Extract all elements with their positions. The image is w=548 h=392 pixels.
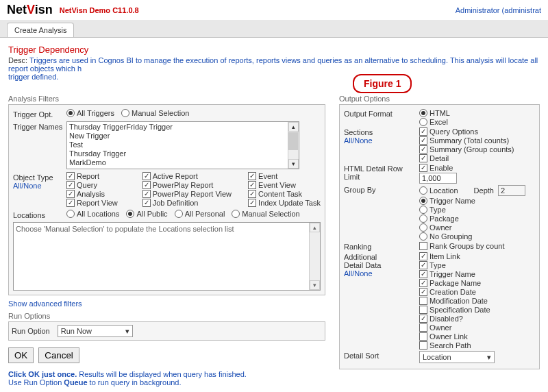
check-creation-date[interactable]: Creation Date: [419, 288, 490, 296]
check-type[interactable]: Type: [419, 261, 490, 269]
detail-sort-label: Detail Sort: [344, 351, 419, 360]
check-report[interactable]: Report: [66, 172, 118, 180]
run-options-title: Run Options: [8, 312, 325, 320]
check-report-view[interactable]: Report View: [66, 199, 118, 207]
check-content-task[interactable]: Content Task: [248, 190, 321, 198]
radio-manual-selection[interactable]: Manual Selection: [121, 109, 189, 117]
scrollbar[interactable]: ▴ ▾: [288, 122, 299, 169]
chevron-down-icon: ▾: [125, 327, 129, 336]
footer-text: Click OK just once. Results will be disp…: [8, 370, 325, 387]
check-event-view[interactable]: Event View: [248, 181, 321, 189]
check-powerplay-report-view[interactable]: PowerPlay Report View: [142, 190, 232, 198]
scrollbar[interactable]: ▴ ▾: [309, 223, 320, 290]
tab-create-analysis[interactable]: Create Analysis: [7, 23, 74, 37]
run-option-label: Run Option: [12, 327, 50, 335]
chevron-down-icon: ▾: [487, 353, 491, 362]
object-type-label: Object TypeAll/None: [13, 172, 66, 190]
version-label: NetVisn Demo C11.0.8: [60, 6, 139, 14]
show-advanced-filters-link[interactable]: Show advanced filters: [8, 299, 325, 308]
ok-button[interactable]: OK: [8, 347, 34, 363]
ranking-label: Ranking: [344, 242, 419, 251]
radio-all-personal[interactable]: All Personal: [175, 210, 225, 218]
radio-group-package[interactable]: Package: [419, 215, 525, 223]
trigger-names-label: Trigger Names: [13, 121, 66, 131]
admin-link[interactable]: Administrator (administrat: [456, 6, 541, 14]
groupby-label: Group By: [344, 185, 419, 194]
output-format-label: Output Format: [344, 109, 419, 118]
radio-all-public[interactable]: All Public: [126, 210, 167, 218]
radio-excel[interactable]: Excel: [419, 118, 450, 126]
check-active-report[interactable]: Active Report: [142, 172, 232, 180]
rowlimit-label: HTML Detail Row Limit: [344, 164, 419, 181]
radio-group-location[interactable]: LocationDepth2: [419, 185, 525, 196]
trigger-opt-label: Trigger Opt.: [13, 109, 66, 119]
figure-label: Figure 1: [353, 74, 412, 93]
analysis-filters-title: Analysis Filters: [8, 95, 325, 103]
check-specification-date[interactable]: Specification Date: [419, 306, 490, 314]
check-event[interactable]: Event: [248, 172, 321, 180]
check-detail[interactable]: Detail: [419, 154, 514, 162]
radio-group-no-grouping[interactable]: No Grouping: [419, 232, 525, 241]
chevron-down-icon: ▾: [288, 159, 299, 169]
check-search-path[interactable]: Search Path: [419, 341, 490, 350]
description: Desc: Triggers are used in Cognos BI to …: [8, 56, 540, 81]
radio-html[interactable]: HTML: [419, 109, 450, 117]
trigger-names-list[interactable]: Thursday TriggerFriday Trigger New Trigg…: [66, 121, 299, 169]
sections-label: SectionsAll/None: [344, 127, 419, 145]
page-title: Trigger Dependency: [8, 45, 548, 55]
check-item-link[interactable]: Item Link: [419, 252, 490, 260]
chevron-up-icon: ▴: [288, 122, 299, 132]
check-query[interactable]: Query: [66, 181, 118, 189]
check-trigger-name[interactable]: Trigger Name: [419, 270, 490, 278]
allnone-link[interactable]: All/None: [344, 269, 419, 278]
output-options-panel: Output Format HTML Excel SectionsAll/Non…: [339, 104, 540, 369]
check-disabled-[interactable]: Disabled?: [419, 315, 490, 323]
check-owner-link[interactable]: Owner Link: [419, 332, 490, 341]
radio-all-triggers[interactable]: All Triggers: [66, 109, 114, 117]
run-option-select[interactable]: Run Now▾: [58, 325, 133, 337]
check-owner[interactable]: Owner: [419, 323, 490, 332]
check-query-options[interactable]: Query Options: [419, 127, 514, 136]
check-analysis[interactable]: Analysis: [66, 190, 118, 198]
logo: NetVisn: [7, 3, 53, 17]
check-summary-group-counts-[interactable]: Summary (Group counts): [419, 145, 514, 154]
cancel-button[interactable]: Cancel: [38, 347, 79, 363]
rowlimit-input[interactable]: 1,000: [419, 173, 457, 184]
analysis-filters-panel: Trigger Opt. All Triggers Manual Selecti…: [8, 104, 325, 295]
radio-group-type[interactable]: Type: [419, 206, 525, 214]
check-enable[interactable]: Enable: [419, 164, 457, 172]
check-job-definition[interactable]: Job Definition: [142, 199, 232, 207]
check-powerplay-report[interactable]: PowerPlay Report: [142, 181, 232, 189]
chevron-down-icon: ▾: [310, 280, 320, 290]
chevron-up-icon: ▴: [310, 223, 320, 232]
radio-group-trigger-name[interactable]: Trigger Name: [419, 197, 525, 205]
radio-group-owner[interactable]: Owner: [419, 223, 525, 232]
detail-sort-select[interactable]: Location▾: [419, 351, 495, 363]
check-package-name[interactable]: Package Name: [419, 279, 490, 287]
radio-loc-manual[interactable]: Manual Selection: [232, 210, 299, 218]
additional-label: AdditionalDetail DataAll/None: [344, 252, 419, 278]
locations-textarea[interactable]: Choose 'Manual Selection' to populate th…: [13, 222, 321, 291]
output-options-title: Output Options: [339, 95, 540, 103]
allnone-link[interactable]: All/None: [344, 136, 419, 145]
check-rank[interactable]: Rank Groups by count: [419, 242, 504, 250]
check-index-update-task[interactable]: Index Update Task: [248, 199, 321, 207]
depth-input[interactable]: 2: [498, 185, 525, 196]
locations-label: Locations: [13, 210, 66, 219]
check-modification-date[interactable]: Modification Date: [419, 297, 490, 305]
allnone-link[interactable]: All/None: [13, 182, 66, 190]
tab-bar: Create Analysis: [0, 20, 548, 38]
check-summary-total-counts-[interactable]: Summary (Total counts): [419, 136, 514, 145]
depth-label: Depth: [474, 186, 494, 195]
radio-all-locations[interactable]: All Locations: [66, 210, 119, 218]
